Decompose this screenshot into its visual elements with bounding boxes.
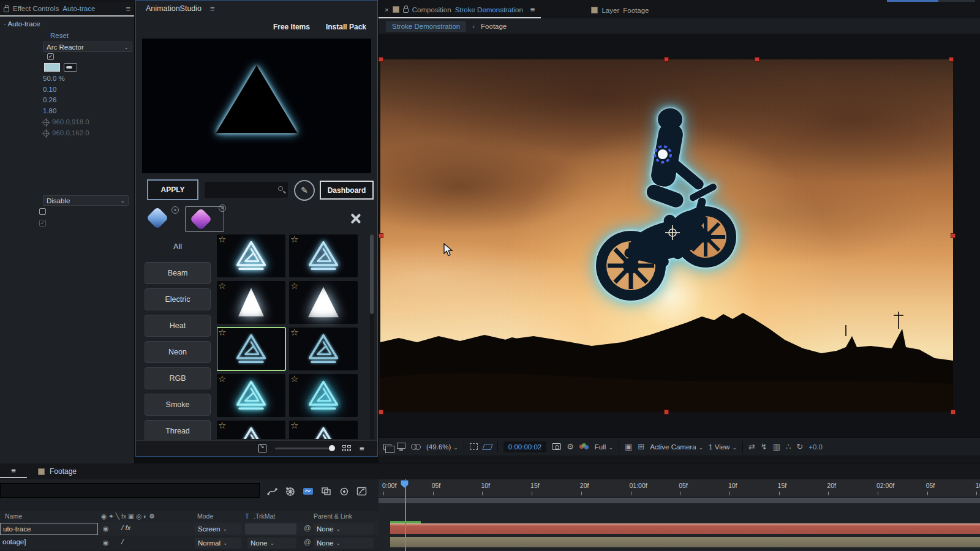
thumbnail-resize-icon[interactable] — [258, 444, 266, 452]
preset-thumbnail[interactable]: ☆ — [217, 234, 285, 277]
wheel-icon[interactable] — [285, 486, 295, 497]
apply-button[interactable]: APPLY — [147, 179, 198, 200]
layer-tab[interactable]: Layer Footage — [585, 2, 655, 18]
magnification-dropdown[interactable]: (49.6%)⌄ — [426, 443, 458, 451]
scrollbar-thumb[interactable] — [370, 234, 374, 314]
close-icon[interactable]: × — [385, 6, 389, 13]
trkmat-empty-cell[interactable] — [245, 523, 296, 534]
region-of-interest-icon[interactable] — [470, 443, 478, 450]
effect-group-row[interactable]: · Auto-trace — [4, 20, 40, 28]
show-channel-icon[interactable] — [579, 443, 589, 451]
favorite-star-icon[interactable]: ☆ — [290, 420, 298, 431]
timeline-search-bar[interactable] — [0, 483, 260, 498]
breadcrumb-previous[interactable]: Footage — [481, 23, 507, 30]
favorite-star-icon[interactable]: ☆ — [218, 280, 226, 291]
parent-dropdown[interactable]: None⌄ — [314, 523, 374, 534]
playhead-line[interactable] — [405, 479, 406, 551]
selection-handle[interactable] — [664, 410, 669, 414]
category-thread[interactable]: Thread — [145, 420, 211, 442]
blend-mode-dropdown[interactable]: Normal⌄ — [195, 538, 241, 549]
selection-handle[interactable] — [379, 57, 383, 62]
timeline-menu-icon[interactable]: ≡ — [0, 463, 27, 478]
selection-handle[interactable] — [951, 410, 956, 414]
layer-row-footage[interactable]: ootage] ◉ / Normal⌄ None⌄ @ None⌄ — [0, 536, 379, 550]
camera-dropdown[interactable]: Active Camera⌄ — [650, 443, 703, 451]
blend-mode-dropdown[interactable]: Screen⌄ — [195, 523, 241, 534]
pack-blue[interactable] — [149, 210, 165, 226]
parent-pickwhip-icon[interactable]: @ — [304, 538, 311, 545]
always-preview-icon[interactable] — [383, 444, 391, 450]
parent-pickwhip-icon[interactable]: @ — [304, 524, 311, 531]
favorite-star-icon[interactable]: ☆ — [290, 373, 298, 384]
video-eye-icon[interactable]: ◉ — [103, 525, 109, 533]
flowchart-icon[interactable]: ∴ — [786, 442, 791, 451]
list-view-icon[interactable]: ≡ — [360, 444, 364, 453]
pack-close-icon[interactable]: × — [172, 206, 179, 214]
scrollbar[interactable] — [370, 234, 374, 439]
free-items-link[interactable]: Free Items — [273, 23, 310, 31]
selection-handle[interactable] — [379, 233, 383, 238]
reset-exposure-icon[interactable]: ↻ — [796, 442, 803, 451]
exposure-icon[interactable]: ↯ — [761, 442, 767, 451]
trkmat-dropdown[interactable]: None⌄ — [247, 538, 296, 549]
reset-link[interactable]: Reset — [50, 32, 69, 39]
motion-sketch-icon[interactable] — [267, 486, 277, 497]
selection-handle[interactable] — [379, 410, 383, 414]
pack-purple-selected[interactable]: × — [185, 206, 224, 232]
preset-thumbnail[interactable]: ☆ — [217, 281, 285, 324]
blend-dropdown[interactable]: Disable ⌄ — [43, 195, 129, 206]
opacity-value-row[interactable]: 50.0 % — [43, 75, 65, 82]
work-area-bar[interactable] — [379, 498, 980, 503]
snapshot-camera-icon[interactable] — [552, 443, 561, 450]
grid-view-icon[interactable] — [342, 445, 351, 452]
exposure-value[interactable]: +0.0 — [809, 443, 823, 451]
favorite-star-icon[interactable]: ☆ — [218, 373, 226, 384]
preset-thumbnail[interactable]: ☆ — [217, 328, 285, 370]
selection-handle[interactable] — [755, 57, 760, 62]
layer-name[interactable]: uto-trace — [0, 523, 98, 535]
breadcrumb-back-icon[interactable]: ‹ — [472, 23, 475, 30]
primary-viewer-icon[interactable] — [397, 443, 405, 449]
thumbnail-size-slider[interactable] — [275, 448, 334, 449]
shy-icon[interactable] — [303, 486, 314, 497]
time-ruler[interactable]: 0:00f05f10f15f20f01:00f05f10f15f20f02:00… — [379, 479, 980, 498]
preset-dropdown[interactable]: Arc Reactor ⌄ — [43, 42, 132, 52]
pack-close-icon[interactable]: × — [219, 204, 226, 212]
selection-handle[interactable] — [949, 57, 954, 62]
preset-thumbnail[interactable]: ☆ — [289, 374, 358, 417]
slider-value-2[interactable]: 0.26 — [43, 96, 56, 103]
histogram-icon[interactable]: ▥ — [773, 442, 780, 451]
effect-checkbox-dim[interactable]: ✓ — [39, 220, 46, 227]
category-all[interactable]: All — [145, 236, 211, 258]
settings-tools-icon[interactable] — [349, 212, 361, 225]
favorite-star-icon[interactable]: ☆ — [218, 234, 226, 245]
parent-dropdown[interactable]: None⌄ — [314, 538, 374, 549]
preset-thumbnail[interactable]: ☆ — [289, 328, 358, 370]
show-snapshot-gear-icon[interactable]: ⚙ — [567, 442, 574, 451]
preset-thumbnail[interactable]: ☆ — [217, 421, 285, 439]
preset-thumbnail[interactable]: ☆ — [289, 281, 358, 324]
layer-name[interactable]: ootage] — [0, 538, 26, 545]
panel-menu-icon[interactable]: ≡ — [126, 4, 130, 13]
stroke-color-swatch[interactable] — [44, 63, 60, 72]
preset-thumbnail[interactable]: ☆ — [289, 234, 358, 277]
view-layout-icon[interactable] — [411, 444, 421, 449]
view-count-dropdown[interactable]: 1 View⌄ — [709, 443, 737, 451]
slider-knob[interactable] — [329, 445, 335, 451]
panel-menu-icon[interactable]: ≡ — [530, 5, 535, 14]
layer-bar-footage[interactable] — [390, 537, 980, 547]
resolution-dropdown[interactable]: Full⌄ — [595, 443, 613, 451]
panel-menu-icon[interactable]: ≡ — [210, 4, 215, 13]
timeline-tab[interactable]: Footage — [38, 463, 77, 479]
favorite-star-icon[interactable]: ☆ — [290, 280, 298, 291]
current-time-display[interactable]: 0:00:00:02 — [503, 441, 546, 452]
favorite-star-icon[interactable]: ☆ — [218, 420, 226, 431]
favorite-star-icon[interactable]: ☆ — [218, 327, 226, 338]
opacity-value[interactable]: 50.0 — [43, 75, 56, 82]
dashboard-button[interactable]: Dashboard — [320, 181, 374, 200]
category-smoke[interactable]: Smoke — [145, 394, 211, 416]
category-heat[interactable]: Heat — [145, 315, 211, 337]
breadcrumb-current[interactable]: Stroke Demonstration — [386, 21, 466, 32]
graph-editor-icon[interactable] — [356, 486, 367, 497]
layer-bar-autotrace[interactable] — [390, 523, 980, 534]
